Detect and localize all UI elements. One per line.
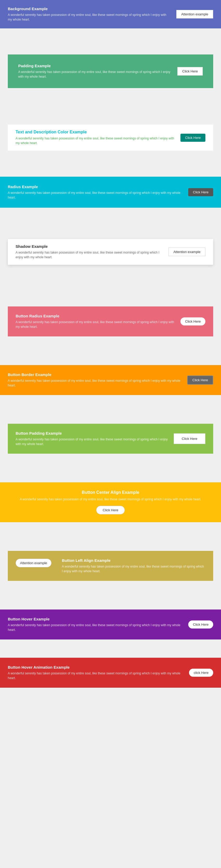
section-button-left-align-example: Attention example Button Left Align Exam… [0, 540, 221, 591]
btn-10[interactable]: Attention example [15, 559, 51, 567]
card-content-6: Button Radius Example A wonderful sereni… [15, 314, 180, 329]
card-content-11: Button Hover Example A wonderful serenit… [8, 617, 188, 632]
card-title-4: Radius Example [8, 185, 183, 189]
btn-6[interactable]: Click Here [180, 317, 206, 326]
card-description-10: A wonderful serenity has taken possessio… [62, 564, 206, 574]
spacer-7 [0, 395, 221, 413]
card-8: Button Padding Example A wonderful seren… [8, 424, 213, 454]
section-shadow-example: Shadow Example A wonderful serenity has … [0, 226, 221, 278]
card-title-1: Background Example [8, 6, 171, 11]
spacer-8 [0, 464, 221, 482]
section-button-hover-animation-example: Button Hover Animation Example A wonderf… [0, 658, 221, 688]
card-11: Button Hover Example A wonderful serenit… [0, 610, 221, 640]
btn-1[interactable]: Attention example [176, 10, 213, 19]
spacer-4 [0, 208, 221, 226]
btn-3[interactable]: Click Here [180, 134, 206, 142]
card-title-5: Shadow Example [15, 244, 163, 249]
card-9: Button Center Align Example A wonderful … [0, 482, 221, 522]
section-button-border-example: Button Border Example A wonderful sereni… [0, 365, 221, 395]
card-title-12: Button Hover Animation Example [8, 665, 184, 670]
card-content-7: Button Border Example A wonderful sereni… [8, 372, 187, 388]
card-content-1: Background Example A wonderful serenity … [8, 6, 176, 22]
card-6: Button Radius Example A wonderful sereni… [8, 306, 213, 336]
section-button-center-align-example: Button Center Align Example A wonderful … [0, 482, 221, 522]
spacer-10 [0, 591, 221, 610]
card-description-12: A wonderful serenity has taken possessio… [8, 671, 184, 680]
card-description-6: A wonderful serenity has taken possessio… [15, 320, 175, 329]
card-title-8: Button Padding Example [15, 431, 169, 435]
section-button-padding-example: Button Padding Example A wonderful seren… [0, 413, 221, 464]
card-title-11: Button Hover Example [8, 617, 183, 621]
card-3: Text and Description Color Example A won… [8, 125, 213, 151]
card-4: Radius Example A wonderful serenity has … [0, 177, 221, 208]
card-content-4: Radius Example A wonderful serenity has … [8, 185, 188, 200]
card-description-3: A wonderful serenity has taken possessio… [15, 136, 175, 146]
card-description-4: A wonderful serenity has taken possessio… [8, 190, 183, 200]
card-12: Button Hover Animation Example A wonderf… [0, 658, 221, 688]
btn-11[interactable]: Click Here [188, 620, 213, 628]
btn-8[interactable]: Click Here [174, 433, 206, 444]
section-background-example: Background Example A wonderful serenity … [0, 0, 221, 28]
card-title-10: Button Left Align Example [62, 558, 206, 563]
card-content-3: Text and Description Color Example A won… [15, 130, 180, 146]
card-description-7: A wonderful serenity has taken possessio… [8, 378, 182, 388]
card-5: Shadow Example A wonderful serenity has … [8, 239, 213, 265]
card-description-11: A wonderful serenity has taken possessio… [8, 623, 183, 632]
card-content-12: Button Hover Animation Example A wonderf… [8, 665, 189, 680]
section-radius-example: Radius Example A wonderful serenity has … [0, 177, 221, 208]
spacer-1 [0, 28, 221, 44]
section-button-radius-example: Button Radius Example A wonderful sereni… [0, 296, 221, 347]
card-content-5: Shadow Example A wonderful serenity has … [15, 244, 169, 259]
card-title-6: Button Radius Example [15, 314, 175, 318]
card-title-2: Padding Example [18, 64, 172, 68]
spacer-3 [0, 161, 221, 177]
card-description-2: A wonderful serenity has taken possessio… [18, 69, 172, 79]
card-1: Background Example A wonderful serenity … [0, 0, 221, 28]
btn-2[interactable]: Click Here [177, 67, 203, 75]
card-7: Button Border Example A wonderful sereni… [0, 365, 221, 395]
btn-4[interactable]: Click Here [188, 188, 213, 196]
card-content-8: Button Padding Example A wonderful seren… [15, 431, 174, 446]
card-content-10: Button Left Align Example A wonderful se… [57, 558, 206, 574]
section-text-color-example: Text and Description Color Example A won… [0, 114, 221, 161]
section-button-hover-example: Button Hover Example A wonderful serenit… [0, 610, 221, 640]
card-title-9: Button Center Align Example [8, 490, 213, 495]
spacer-2 [0, 98, 221, 114]
card-description-8: A wonderful serenity has taken possessio… [15, 437, 169, 446]
btn-12[interactable]: click Here [189, 669, 213, 677]
card-title-3: Text and Description Color Example [15, 130, 175, 134]
spacer-11 [0, 640, 221, 658]
spacer-5 [0, 278, 221, 296]
card-description-9: A wonderful serenity has taken possessio… [8, 497, 213, 502]
card-description-5: A wonderful serenity has taken possessio… [15, 250, 163, 259]
card-10: Attention example Button Left Align Exam… [8, 551, 213, 581]
card-title-7: Button Border Example [8, 372, 182, 377]
spacer-9 [0, 522, 221, 540]
card-2: Padding Example A wonderful serenity has… [8, 55, 213, 88]
btn-5[interactable]: Attention example [169, 248, 206, 256]
btn-9[interactable]: Click Here [96, 506, 125, 515]
card-content-2: Padding Example A wonderful serenity has… [18, 64, 177, 79]
section-padding-example: Padding Example A wonderful serenity has… [0, 44, 221, 98]
card-description-1: A wonderful serenity has taken possessio… [8, 12, 171, 22]
spacer-6 [0, 347, 221, 365]
btn-7[interactable]: Click Here [187, 375, 213, 384]
